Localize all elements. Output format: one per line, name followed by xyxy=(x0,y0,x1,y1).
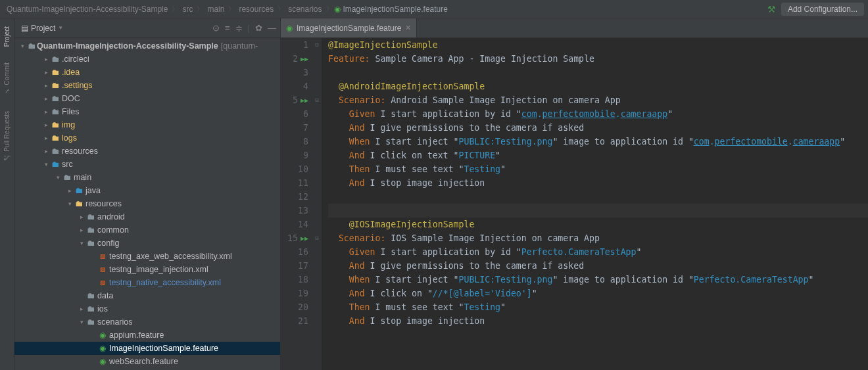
locate-icon[interactable]: ⊙ xyxy=(212,23,220,33)
tree-item[interactable]: ▸🖿.circleci xyxy=(14,53,280,66)
cucumber-icon: ◉ xyxy=(334,5,341,14)
build-icon[interactable]: ⚒ xyxy=(767,4,776,14)
breadcrumbs: Quantum-ImageInjection-Accessibility-Sam… xyxy=(4,3,767,15)
chevron-right-icon: 〉 xyxy=(172,5,178,14)
tree-item[interactable]: ▸🖿Files xyxy=(14,105,280,118)
settings-icon[interactable]: ✿ xyxy=(255,23,262,33)
chevron-right-icon: 〉 xyxy=(197,5,203,14)
tree-item[interactable]: ▸🖿ios xyxy=(14,302,280,315)
tree-item[interactable]: ▸🖿DOC xyxy=(14,92,280,105)
chevron-right-icon: 〉 xyxy=(326,5,333,14)
project-tool-window: ▤ Project ▼ ⊙ ≡ ≑ | ✿ — ▾🖿Quantum-ImageI… xyxy=(14,18,281,370)
editor-tab[interactable]: ◉ ImageInjectionSample.feature ✕ xyxy=(281,18,417,37)
rail-project[interactable]: Project xyxy=(3,26,11,47)
tree-item[interactable]: ▸🖿img xyxy=(14,118,280,131)
tree-item[interactable]: ▸🖿common xyxy=(14,223,280,237)
cucumber-icon: ◉ xyxy=(286,24,293,33)
rail-commit[interactable]: ✓Commit xyxy=(3,62,11,95)
tree-item[interactable]: ◉webSearch.feature xyxy=(14,355,280,368)
tree-item[interactable]: ▧testng_native_accessibility.xml xyxy=(14,276,280,289)
code-area: 12▶▶345▶▶6789101112131415▶▶161718192021 … xyxy=(281,38,868,370)
breadcrumb-item[interactable]: resources xyxy=(236,3,276,15)
tree-item[interactable]: ◉ImageInjectionSample.feature xyxy=(14,342,280,355)
tree-item[interactable]: ▾🖿src xyxy=(14,158,280,171)
tree-item[interactable]: ▾🖿config xyxy=(14,237,280,250)
tree-item[interactable]: ▸🖿.settings xyxy=(14,79,280,92)
tree-item[interactable]: ▧testng_axe_web_accessibility.xml xyxy=(14,250,280,263)
code-body[interactable]: @ImageInjectionSampleFeature: Sample Cam… xyxy=(322,38,868,370)
collapse-all-icon[interactable]: ≑ xyxy=(235,23,243,33)
breadcrumb-item[interactable]: Quantum-ImageInjection-Accessibility-Sam… xyxy=(4,3,170,15)
breadcrumb-item[interactable]: main xyxy=(205,3,227,15)
chevron-right-icon: 〉 xyxy=(228,5,235,14)
editor-tabs: ◉ ImageInjectionSample.feature ✕ xyxy=(281,18,868,38)
close-tab-icon[interactable]: ✕ xyxy=(405,24,411,32)
project-view-selector[interactable]: ▤ Project ▼ xyxy=(21,24,208,33)
tree-item[interactable]: ▾🖿scenarios xyxy=(14,315,280,329)
tree-item[interactable]: ▸🖿.idea xyxy=(14,66,280,79)
gutter-folding[interactable]: ⊟⊟⊟ xyxy=(312,38,322,370)
tree-item[interactable]: ◉appium.feature xyxy=(14,329,280,342)
breadcrumb-item[interactable]: scenarios xyxy=(285,3,324,15)
gutter-line-numbers[interactable]: 12▶▶345▶▶6789101112131415▶▶161718192021 xyxy=(281,38,312,370)
tree-root[interactable]: ▾🖿Quantum-ImageInjection-Accessibility-S… xyxy=(14,39,280,53)
tree-item[interactable]: ▧testng_image_injection.xml xyxy=(14,263,280,276)
tree-item[interactable]: ▾🖿main xyxy=(14,171,280,184)
add-configuration-button[interactable]: Add Configuration... xyxy=(781,3,864,16)
top-bar: Quantum-ImageInjection-Accessibility-Sam… xyxy=(0,0,868,18)
tree-item[interactable]: ▸🖿resources xyxy=(14,145,280,158)
breadcrumb-file[interactable]: ◉ ImageInjectionSample.feature xyxy=(334,5,448,14)
chevron-right-icon: 〉 xyxy=(277,5,284,14)
tool-window-rail: Project ✓Commit ⎇Pull Requests xyxy=(0,18,14,370)
hide-icon[interactable]: — xyxy=(268,23,276,33)
breadcrumb-file-label: ImageInjectionSample.feature xyxy=(343,5,448,14)
expand-all-icon[interactable]: ≡ xyxy=(225,23,230,33)
chevron-down-icon: ▼ xyxy=(58,25,63,31)
project-header: ▤ Project ▼ ⊙ ≡ ≑ | ✿ — xyxy=(14,18,280,38)
project-tree[interactable]: ▾🖿Quantum-ImageInjection-Accessibility-S… xyxy=(14,38,280,370)
tree-item[interactable]: ▾🖿resources xyxy=(14,197,280,210)
top-right-toolbar: ⚒ Add Configuration... xyxy=(767,3,864,16)
tree-item[interactable]: ▸🖿logs xyxy=(14,131,280,145)
tree-item[interactable]: ▸🖿android xyxy=(14,210,280,223)
editor-tab-label: ImageInjectionSample.feature xyxy=(297,24,401,33)
breadcrumb-item[interactable]: src xyxy=(180,3,195,15)
rail-pull-requests[interactable]: ⎇Pull Requests xyxy=(3,111,11,162)
project-icon: ▤ xyxy=(21,24,28,33)
tree-item[interactable]: ▸🖿java xyxy=(14,184,280,197)
tree-item[interactable]: 🖿data xyxy=(14,289,280,302)
editor: ◉ ImageInjectionSample.feature ✕ 12▶▶345… xyxy=(281,18,868,370)
